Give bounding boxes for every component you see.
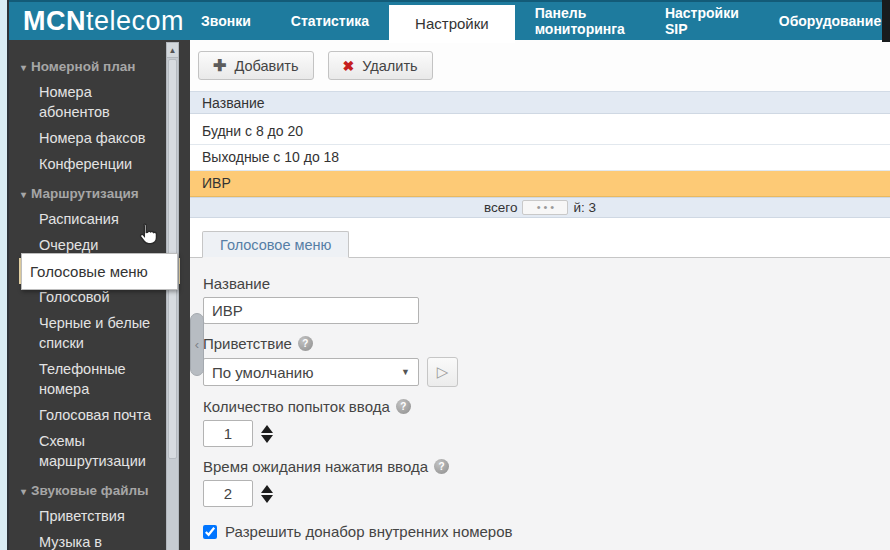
- table-row[interactable]: Будни с 8 до 20: [190, 119, 890, 145]
- attempts-input[interactable]: [203, 420, 253, 447]
- triangle-down-icon: ▾: [21, 62, 26, 73]
- main-nav: Звонки Статистика Настройки Панель монит…: [181, 2, 890, 40]
- timeout-stepper[interactable]: [261, 485, 273, 503]
- delete-button[interactable]: ✖ Удалить: [328, 51, 433, 80]
- help-icon[interactable]: ?: [434, 459, 449, 474]
- sidebar-tooltip: Голосовые меню: [21, 253, 178, 290]
- timeout-input[interactable]: [203, 480, 253, 507]
- app-window: MCNtelecom Звонки Статистика Настройки П…: [0, 0, 890, 550]
- pagination-bar: всего ••• й: 3: [190, 197, 890, 218]
- table-row[interactable]: Выходные с 10 до 18: [190, 145, 890, 171]
- delete-x-icon: ✖: [343, 58, 355, 74]
- nav-tab-sip-settings[interactable]: Настройки SIP: [645, 2, 759, 40]
- loading-dots-indicator: •••: [522, 200, 568, 215]
- sidebar-item-voicemail[interactable]: Голосовая почта: [19, 402, 160, 428]
- name-input[interactable]: [203, 297, 419, 324]
- chevron-down-icon: ▼: [401, 367, 410, 377]
- play-icon: ▷: [437, 363, 449, 381]
- sidebar-item-fax-numbers[interactable]: Номера факсов: [19, 125, 160, 151]
- sidebar-section-sound-files[interactable]: ▾Звуковые файлы: [19, 478, 160, 503]
- sidebar-section-number-plan[interactable]: ▾Номерной план: [19, 54, 160, 79]
- sidebar-item-queue-music[interactable]: Музыка в очереди: [19, 529, 160, 550]
- sidebar-tree: ▾Номерной план Номера абонентов Номера ф…: [9, 40, 190, 550]
- sidebar-section-label: Маршрутизация: [31, 186, 139, 201]
- sidebar-item-subscriber-numbers[interactable]: Номера абонентов: [19, 79, 160, 125]
- attempts-stepper[interactable]: [261, 425, 273, 443]
- nav-tab-equipment[interactable]: Оборудование: [759, 2, 890, 40]
- spin-down-icon[interactable]: [261, 495, 273, 503]
- app-frame: MCNtelecom Звонки Статистика Настройки П…: [7, 0, 890, 550]
- voice-menu-form: Название Приветствие ? По умолчанию ▼: [190, 258, 890, 550]
- add-button[interactable]: ✚ Добавить: [198, 51, 314, 80]
- timeout-field-label: Время ожидания нажатия ввода ?: [203, 458, 890, 475]
- nav-tab-calls[interactable]: Звонки: [181, 2, 271, 40]
- nav-tab-statistics[interactable]: Статистика: [271, 2, 389, 40]
- nav-tab-settings[interactable]: Настройки: [389, 5, 515, 43]
- chevron-left-icon: ‹: [195, 337, 199, 352]
- toolbar: ✚ Добавить ✖ Удалить: [190, 40, 890, 91]
- plus-icon: ✚: [213, 56, 226, 75]
- sidebar-section-label: Звуковые файлы: [31, 483, 149, 498]
- scroll-up-icon[interactable]: ▲: [167, 43, 178, 58]
- play-greeting-button[interactable]: ▷: [427, 357, 458, 387]
- sidebar-item-routing-schemes[interactable]: Схемы маршрутизации: [19, 428, 160, 474]
- hand-cursor-icon: [135, 222, 161, 248]
- table-column-header[interactable]: Название: [190, 91, 890, 114]
- content-area: ✚ Добавить ✖ Удалить Название Будни с 8 …: [190, 40, 890, 550]
- help-icon[interactable]: ?: [396, 399, 411, 414]
- logo-bold-part: MCN: [23, 6, 86, 37]
- detail-tabbar: Голосовое меню: [190, 230, 890, 258]
- sidebar-scrollbar[interactable]: ▲: [166, 42, 179, 550]
- greeting-selected-value: По умолчанию: [212, 364, 313, 381]
- sidebar-section-label: Номерной план: [31, 59, 135, 74]
- detail-panel: Голосовое меню Название Приветствие ?: [190, 230, 890, 550]
- help-icon[interactable]: ?: [298, 336, 313, 351]
- sidebar-collapse-handle[interactable]: ‹: [190, 313, 204, 376]
- spin-up-icon[interactable]: [261, 425, 273, 433]
- add-button-label: Добавить: [234, 58, 298, 74]
- sidebar-item-greetings[interactable]: Приветствия: [19, 503, 160, 529]
- top-navbar: MCNtelecom Звонки Статистика Настройки П…: [9, 0, 890, 40]
- sidebar-item-phone-numbers[interactable]: Телефонные номера: [19, 356, 160, 402]
- sidebar-item-black-white-lists[interactable]: Черные и белые списки: [19, 310, 160, 356]
- sidebar: ▾Номерной план Номера абонентов Номера ф…: [9, 40, 190, 550]
- spin-down-icon[interactable]: [261, 435, 273, 443]
- sidebar-section-routing[interactable]: ▾Маршрутизация: [19, 181, 160, 206]
- greeting-field-label: Приветствие ?: [203, 335, 890, 352]
- window-corner-strip: [882, 0, 890, 42]
- delete-button-label: Удалить: [362, 58, 417, 74]
- greeting-select[interactable]: По умолчанию ▼: [203, 358, 419, 386]
- allow-extension-dial-label: Разрешить донабор внутренних номеров: [225, 523, 513, 540]
- allow-extension-dial-checkbox[interactable]: [203, 525, 217, 539]
- tab-voice-menu[interactable]: Голосовое меню: [202, 231, 349, 258]
- window-left-margin: [0, 0, 7, 550]
- sidebar-item-conferences[interactable]: Конференции: [19, 151, 160, 177]
- spin-up-icon[interactable]: [261, 485, 273, 493]
- triangle-down-icon: ▾: [21, 189, 26, 200]
- attempts-field-label: Количество попыток ввода ?: [203, 398, 890, 415]
- pagination-text-before: всего: [484, 200, 517, 215]
- brand-logo[interactable]: MCNtelecom: [9, 2, 181, 40]
- pagination-text-after: й: 3: [573, 200, 596, 215]
- nav-tab-monitoring-panel[interactable]: Панель мониторинга: [515, 2, 645, 40]
- logo-rest-part: telecom: [86, 6, 184, 37]
- table-row-selected[interactable]: ИВР: [190, 171, 890, 197]
- name-field-label: Название: [203, 275, 890, 292]
- triangle-down-icon: ▾: [21, 486, 26, 497]
